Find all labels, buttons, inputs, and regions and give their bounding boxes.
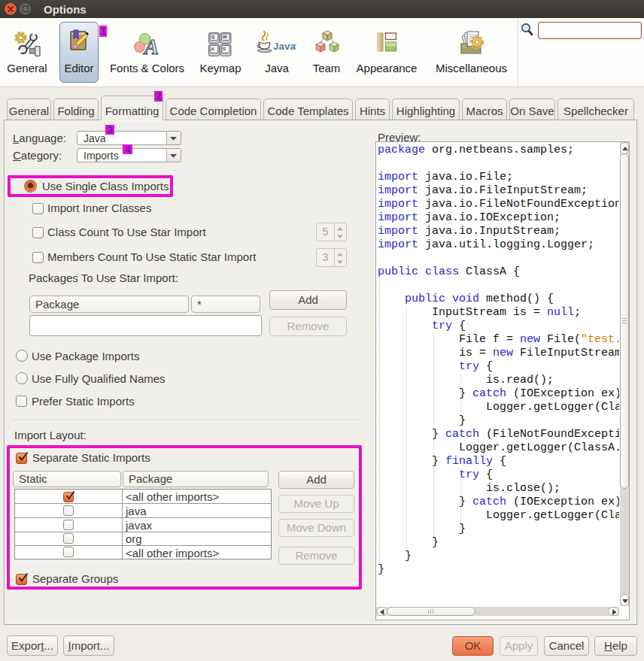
svg-text:W: W (223, 35, 227, 39)
svg-text:Q: Q (211, 35, 214, 39)
svg-text:S: S (223, 47, 226, 51)
svg-text:A: A (143, 35, 159, 56)
svg-text:A: A (211, 47, 214, 51)
svg-text:Java: Java (273, 41, 296, 52)
